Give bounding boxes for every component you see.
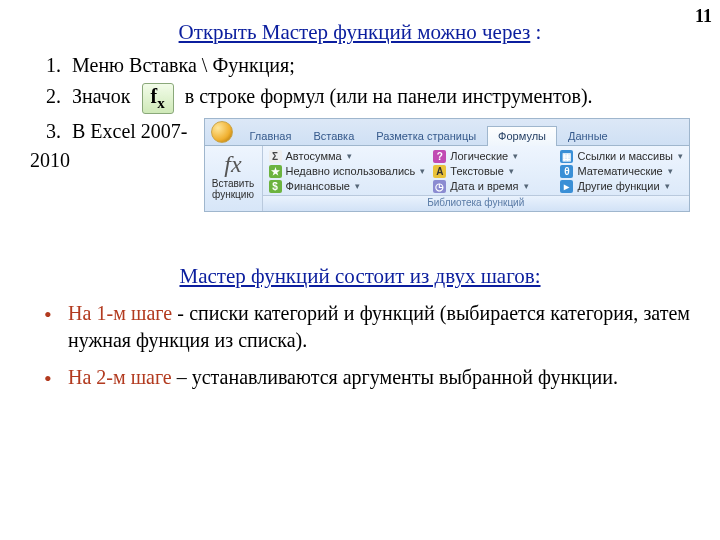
cmd-text-label: Текстовые	[450, 166, 504, 177]
page-number: 11	[695, 4, 712, 28]
method-excel2007: В Excel 2007- 2010	[30, 118, 188, 174]
heading2-text: Мастер функций состоит из двух шагов:	[179, 264, 540, 288]
cmd-other-label: Другие функции	[577, 181, 659, 192]
cmd-lookup[interactable]: ▦Ссылки и массивы▾	[560, 150, 683, 163]
method-3-list: В Excel 2007-	[66, 118, 188, 145]
method-fx-text-before: Значок	[72, 85, 131, 107]
cmd-lookup-label: Ссылки и массивы	[577, 151, 673, 162]
chevron-down-icon: ▾	[509, 167, 514, 176]
cmd-recent[interactable]: ★Недавно использовались▾	[269, 165, 426, 178]
method-fx-icon: Значок fx в строке формул (или на панели…	[66, 83, 690, 114]
excel-ribbon: Главная Вставка Разметка страницы Формул…	[204, 118, 690, 212]
cmd-text[interactable]: AТекстовые▾	[433, 165, 552, 178]
heading-two-steps: Мастер функций состоит из двух шагов:	[30, 262, 690, 290]
step1-highlight: На 1-м шаге	[68, 302, 172, 324]
chevron-down-icon: ▾	[665, 182, 670, 191]
ribbon-groups: fx Вставитьфункцию ΣАвтосумма▾ ?Логическ…	[205, 146, 689, 211]
heading-trail: :	[530, 20, 541, 44]
insert-fn-lbl1: Вставить	[212, 178, 254, 189]
open-methods-list: Меню Вставка \ Функция; Значок fx в стро…	[66, 52, 690, 114]
step-2: На 2-м шаге – устанавливаются аргументы …	[42, 364, 690, 391]
cmd-autosum[interactable]: ΣАвтосумма▾	[269, 150, 426, 163]
method-fx-text-after: в строке формул (или на панели инструмен…	[185, 85, 593, 107]
function-library-group: ΣАвтосумма▾ ?Логические▾ ▦Ссылки и масси…	[263, 146, 689, 211]
step2-rest: – устанавливаются аргументы выбранной фу…	[172, 366, 618, 388]
year-2010: 2010	[30, 147, 188, 174]
fx-icon: fx	[142, 83, 174, 114]
cmd-logical[interactable]: ?Логические▾	[433, 150, 552, 163]
cmd-recent-label: Недавно использовались	[286, 166, 416, 177]
heading-underlined: Открыть Мастер функций можно через	[179, 20, 531, 44]
steps-list: На 1-м шаге - списки категорий и функций…	[42, 300, 690, 391]
tab-data[interactable]: Данные	[557, 126, 619, 146]
chevron-down-icon: ▾	[355, 182, 360, 191]
chevron-down-icon: ▾	[347, 152, 352, 161]
method-menu: Меню Вставка \ Функция;	[66, 52, 690, 79]
cmd-financial-label: Финансовые	[286, 181, 350, 192]
insert-function-button[interactable]: fx Вставитьфункцию	[205, 146, 263, 211]
insert-fn-lbl2: функцию	[212, 189, 254, 200]
tab-home[interactable]: Главная	[239, 126, 303, 146]
heading-open-wizard: Открыть Мастер функций можно через :	[30, 18, 690, 46]
cmd-autosum-label: Автосумма	[286, 151, 342, 162]
cmd-datetime[interactable]: ◷Дата и время▾	[433, 180, 552, 193]
cmd-logical-label: Логические	[450, 151, 508, 162]
cmd-datetime-label: Дата и время	[450, 181, 518, 192]
tab-formulas[interactable]: Формулы	[487, 126, 557, 146]
office-button-icon[interactable]	[211, 121, 233, 143]
chevron-down-icon: ▾	[678, 152, 683, 161]
step-1: На 1-м шаге - списки категорий и функций…	[42, 300, 690, 354]
cmd-math-label: Математические	[577, 166, 662, 177]
fx-sub: x	[157, 95, 165, 111]
fx-large-icon: fx	[224, 152, 241, 176]
group-caption: Библиотека функций	[263, 195, 689, 211]
cmd-other[interactable]: ▸Другие функции▾	[560, 180, 683, 193]
method-3-item: В Excel 2007-	[66, 118, 188, 145]
chevron-down-icon: ▾	[524, 182, 529, 191]
cmd-financial[interactable]: $Финансовые▾	[269, 180, 426, 193]
cmd-math[interactable]: θМатематические▾	[560, 165, 683, 178]
chevron-down-icon: ▾	[420, 167, 425, 176]
tab-page-layout[interactable]: Разметка страницы	[365, 126, 487, 146]
chevron-down-icon: ▾	[513, 152, 518, 161]
chevron-down-icon: ▾	[668, 167, 673, 176]
step2-highlight: На 2-м шаге	[68, 366, 172, 388]
tab-insert[interactable]: Вставка	[302, 126, 365, 146]
ribbon-tabs: Главная Вставка Разметка страницы Формул…	[205, 119, 689, 146]
